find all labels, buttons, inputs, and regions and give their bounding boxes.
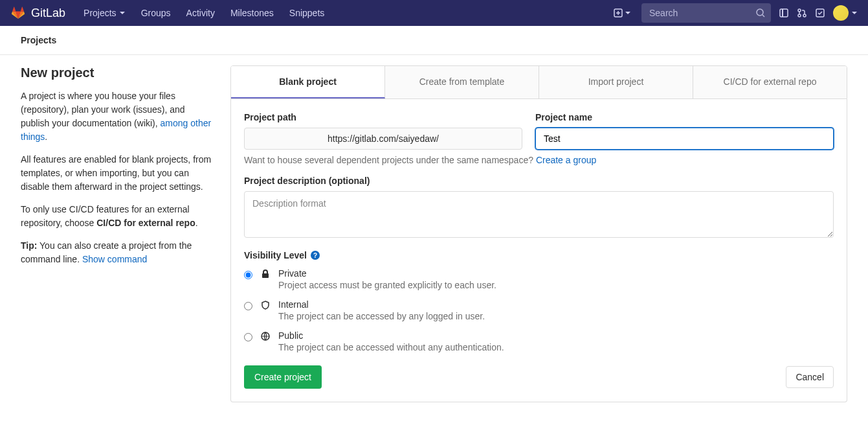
svg-rect-2 <box>780 9 788 17</box>
help-p4: Tip: You can also create a project from … <box>21 239 215 266</box>
svg-point-5 <box>798 14 801 17</box>
brand-name[interactable]: GitLab <box>31 6 65 20</box>
nav-groups[interactable]: Groups <box>133 0 179 26</box>
visibility-internal-radio[interactable] <box>244 302 252 310</box>
lock-icon <box>260 269 271 279</box>
create-project-button[interactable]: Create project <box>244 365 322 389</box>
header-right <box>610 3 858 23</box>
project-desc-group: Project description (optional) <box>244 176 834 240</box>
svg-point-1 <box>757 9 763 16</box>
help-sidebar: New project A project is where you house… <box>21 65 215 402</box>
nav-activity[interactable]: Activity <box>179 0 223 26</box>
svg-point-6 <box>803 14 806 17</box>
visibility-private-radio[interactable] <box>244 271 252 279</box>
avatar <box>833 5 849 21</box>
visibility-internal-title: Internal <box>278 299 834 310</box>
tab-cicd-external[interactable]: CI/CD for external repo <box>693 66 847 98</box>
nav-projects-label: Projects <box>83 8 117 18</box>
nav-snippets[interactable]: Snippets <box>282 0 332 26</box>
svg-rect-8 <box>262 273 269 278</box>
help-icon[interactable]: ? <box>311 251 320 260</box>
search-icon <box>755 8 766 18</box>
todos-icon[interactable] <box>815 8 825 18</box>
visibility-level-label: Visibility Level ? <box>244 250 834 260</box>
namespace-hint: Want to house several dependent projects… <box>244 155 834 165</box>
nav-projects[interactable]: Projects <box>76 0 133 26</box>
form-actions: Create project Cancel <box>244 365 834 389</box>
project-desc-label: Project description (optional) <box>244 176 834 186</box>
project-desc-input[interactable] <box>244 191 834 238</box>
nav-items: Projects Groups Activity Milestones Snip… <box>76 0 332 26</box>
tab-blank-project[interactable]: Blank project <box>231 66 385 98</box>
visibility-internal[interactable]: Internal The project can be accessed by … <box>244 299 834 321</box>
gitlab-logo[interactable] <box>10 5 26 21</box>
breadcrumb: Projects <box>0 26 868 55</box>
visibility-section: Visibility Level ? Private Project acces… <box>244 250 834 352</box>
help-p2: All features are enabled for blank proje… <box>21 153 215 194</box>
globe-icon <box>260 331 271 341</box>
visibility-public-title: Public <box>278 330 834 341</box>
visibility-internal-desc: The project can be accessed by any logge… <box>278 311 834 321</box>
page-container: New project A project is where you house… <box>0 55 868 413</box>
nav-milestones[interactable]: Milestones <box>223 0 282 26</box>
project-path-label: Project path <box>244 112 522 122</box>
visibility-public-desc: The project can be accessed without any … <box>278 342 834 352</box>
new-dropdown[interactable] <box>610 8 634 18</box>
project-path-input[interactable] <box>244 128 522 150</box>
help-p1: A project is where you house your files … <box>21 89 215 144</box>
visibility-private-desc: Project access must be granted explicitl… <box>278 280 834 290</box>
issues-icon[interactable] <box>779 8 789 18</box>
search-wrapper <box>641 3 771 23</box>
visibility-public-radio[interactable] <box>244 333 252 341</box>
create-group-link[interactable]: Create a group <box>536 155 596 165</box>
project-name-label: Project name <box>535 112 834 122</box>
page-title: New project <box>21 65 215 80</box>
shield-icon <box>260 300 271 310</box>
merge-requests-icon[interactable] <box>797 8 807 18</box>
tab-import-project[interactable]: Import project <box>539 66 693 98</box>
visibility-public[interactable]: Public The project can be accessed witho… <box>244 330 834 352</box>
project-path-group: Project path <box>244 112 522 150</box>
user-menu[interactable] <box>833 5 858 21</box>
cancel-button[interactable]: Cancel <box>786 366 834 388</box>
visibility-private[interactable]: Private Project access must be granted e… <box>244 268 834 290</box>
project-name-input[interactable] <box>535 128 834 150</box>
project-type-tabs: Blank project Create from template Impor… <box>230 65 847 99</box>
tab-create-from-template[interactable]: Create from template <box>385 66 539 98</box>
visibility-private-title: Private <box>278 268 834 279</box>
svg-point-4 <box>798 9 801 12</box>
help-p3: To only use CI/CD features for an extern… <box>21 203 215 230</box>
main-content: Blank project Create from template Impor… <box>230 65 847 402</box>
search-input[interactable] <box>641 3 771 23</box>
show-command-link[interactable]: Show command <box>82 254 147 264</box>
svg-rect-3 <box>782 9 783 17</box>
project-name-group: Project name <box>535 112 834 150</box>
breadcrumb-text[interactable]: Projects <box>21 35 56 45</box>
form-area: Project path Project name Want to house … <box>230 99 847 402</box>
top-nav: GitLab Projects Groups Activity Mileston… <box>0 0 868 26</box>
